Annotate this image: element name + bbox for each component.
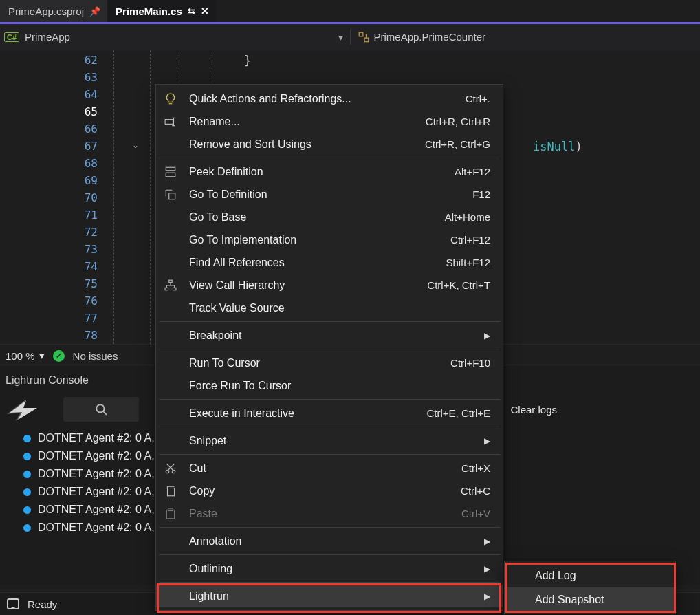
menu-separator bbox=[159, 349, 500, 349]
menu-item-breakpoint[interactable]: Breakpoint▶ bbox=[156, 324, 503, 347]
menu-item-execute-in-interactive[interactable]: Execute in InteractiveCtrl+E, Ctrl+E bbox=[156, 402, 503, 424]
menu-item-shortcut: Ctrl+K, Ctrl+T bbox=[427, 279, 490, 291]
menu-item-track-value-source[interactable]: Track Value Source bbox=[156, 296, 503, 319]
chevron-down-icon: ▾ bbox=[39, 349, 45, 362]
menu-item-quick-actions-and-refactorings[interactable]: Quick Actions and Refactorings...Ctrl+. bbox=[156, 87, 503, 110]
tab-bar: PrimeApp.csproj 📌 PrimeMain.cs ⇆ ✕ bbox=[0, 0, 700, 24]
chevron-right-icon: ▶ bbox=[484, 331, 490, 341]
menu-item-copy[interactable]: CopyCtrl+C bbox=[156, 479, 503, 502]
menu-item-label: Peek Definition bbox=[189, 166, 455, 178]
menu-item-force-run-to-cursor[interactable]: Force Run To Cursor bbox=[156, 374, 503, 397]
clear-logs-button[interactable]: Clear logs bbox=[510, 404, 557, 416]
lightrun-submenu[interactable]: Add LogAdd Snapshot bbox=[504, 561, 676, 614]
menu-item-shortcut: Ctrl+E, Ctrl+E bbox=[426, 407, 490, 419]
line-number: 77 bbox=[0, 312, 103, 329]
status-dot-icon bbox=[23, 506, 31, 514]
menu-item-peek-definition[interactable]: Peek DefinitionAlt+F12 bbox=[156, 160, 503, 183]
submenu-item-add-log[interactable]: Add Log bbox=[505, 563, 675, 587]
menu-item-label: Go To Base bbox=[189, 211, 445, 224]
svg-marker-3 bbox=[10, 400, 37, 420]
status-dot-icon bbox=[23, 453, 31, 460]
menu-item-go-to-implementation[interactable]: Go To ImplementationCtrl+F12 bbox=[156, 228, 503, 251]
indent-guide bbox=[150, 50, 151, 344]
cut-icon bbox=[163, 461, 178, 476]
menu-item-cut[interactable]: CutCtrl+X bbox=[156, 457, 503, 479]
type-name: PrimeApp.PrimeCounter bbox=[374, 31, 486, 43]
svg-rect-0 bbox=[359, 32, 363, 36]
cs-badge-icon: C# bbox=[4, 32, 19, 42]
menu-item-label: View Call Hierarchy bbox=[189, 279, 427, 292]
menu-item-shortcut: Ctrl+R, Ctrl+R bbox=[426, 116, 490, 127]
menu-item-label: Quick Actions and Refactorings... bbox=[189, 93, 466, 105]
menu-separator bbox=[159, 321, 500, 322]
namespace-dropdown[interactable]: C# PrimeApp ▾ bbox=[4, 31, 343, 43]
peek-icon bbox=[163, 164, 178, 180]
menu-item-label: Track Value Source bbox=[189, 302, 490, 314]
chevron-down-icon[interactable]: ⌄ bbox=[132, 140, 139, 150]
svg-rect-13 bbox=[173, 288, 176, 290]
status-dot-icon bbox=[23, 524, 31, 532]
tab-primemain-cs[interactable]: PrimeMain.cs ⇆ ✕ bbox=[107, 0, 216, 22]
menu-item-shortcut: Ctrl+C bbox=[461, 485, 490, 497]
submenu-item-add-snapshot[interactable]: Add Snapshot bbox=[505, 587, 675, 612]
status-dot-icon bbox=[23, 435, 31, 442]
line-number: 65 bbox=[0, 105, 103, 122]
close-icon[interactable]: ✕ bbox=[201, 6, 209, 17]
indent-guide bbox=[113, 50, 114, 344]
goto-icon bbox=[163, 187, 178, 202]
search-input[interactable] bbox=[63, 397, 139, 422]
code-identifier: isNull bbox=[533, 140, 575, 153]
svg-rect-1 bbox=[364, 38, 369, 42]
menu-item-snippet[interactable]: Snippet▶ bbox=[156, 429, 503, 452]
chevron-right-icon: ▶ bbox=[484, 537, 490, 546]
zoom-dropdown[interactable]: 100 % ▾ bbox=[6, 349, 45, 362]
line-number: 67 bbox=[0, 140, 103, 157]
menu-separator bbox=[159, 527, 500, 528]
line-number: 64 bbox=[0, 88, 103, 105]
svg-rect-8 bbox=[166, 167, 175, 171]
menu-item-go-to-base[interactable]: Go To BaseAlt+Home bbox=[156, 206, 503, 228]
svg-rect-9 bbox=[166, 173, 175, 177]
menu-item-rename[interactable]: Rename...Ctrl+R, Ctrl+R bbox=[156, 110, 503, 133]
line-number: 68 bbox=[0, 157, 103, 174]
menu-item-label: Snippet bbox=[189, 435, 484, 447]
menu-item-shortcut: Ctrl+X bbox=[461, 462, 490, 474]
line-number: 76 bbox=[0, 294, 103, 312]
menu-item-shortcut: Ctrl+. bbox=[466, 93, 490, 105]
code-token: } bbox=[244, 54, 251, 67]
search-icon bbox=[95, 403, 107, 416]
pin-icon[interactable]: 📌 bbox=[89, 6, 100, 17]
menu-item-label: Paste bbox=[189, 508, 461, 520]
svg-rect-17 bbox=[166, 510, 174, 518]
type-dropdown[interactable]: PrimeApp.PrimeCounter bbox=[358, 31, 697, 43]
menu-item-label: Force Run To Cursor bbox=[189, 380, 490, 392]
editor-context-menu[interactable]: Quick Actions and Refactorings...Ctrl+.R… bbox=[155, 84, 503, 611]
pin-icon[interactable]: ⇆ bbox=[188, 6, 195, 17]
tab-filename: PrimeMain.cs bbox=[116, 6, 182, 17]
svg-point-15 bbox=[172, 470, 175, 473]
code-navigation-bar: C# PrimeApp ▾ PrimeApp.PrimeCounter bbox=[0, 24, 700, 50]
menu-item-annotation[interactable]: Annotation▶ bbox=[156, 530, 503, 552]
status-text: Ready bbox=[28, 598, 57, 610]
menu-item-find-all-references[interactable]: Find All ReferencesShift+F12 bbox=[156, 251, 503, 274]
fold-column[interactable]: ⌄ bbox=[103, 50, 151, 344]
line-number: 62 bbox=[0, 54, 103, 71]
svg-rect-10 bbox=[169, 193, 175, 199]
chevron-right-icon: ▶ bbox=[484, 592, 490, 601]
menu-item-run-to-cursor[interactable]: Run To CursorCtrl+F10 bbox=[156, 352, 503, 374]
menu-item-shortcut: Ctrl+F10 bbox=[450, 357, 490, 369]
rename-icon bbox=[163, 114, 178, 129]
line-number: 78 bbox=[0, 329, 103, 346]
chevron-right-icon: ▶ bbox=[484, 436, 490, 446]
namespace-name: PrimeApp bbox=[25, 31, 70, 43]
menu-item-remove-and-sort-usings[interactable]: Remove and Sort UsingsCtrl+R, Ctrl+G bbox=[156, 133, 503, 155]
menu-item-lightrun[interactable]: Lightrun▶ bbox=[156, 585, 503, 607]
tab-primeapp-csproj[interactable]: PrimeApp.csproj 📌 bbox=[0, 0, 107, 22]
menu-item-outlining[interactable]: Outlining▶ bbox=[156, 557, 503, 580]
menu-item-shortcut: Ctrl+F12 bbox=[450, 234, 490, 246]
bulb-icon bbox=[163, 91, 178, 107]
menu-item-go-to-definition[interactable]: Go To DefinitionF12 bbox=[156, 183, 503, 206]
menu-item-view-call-hierarchy[interactable]: View Call HierarchyCtrl+K, Ctrl+T bbox=[156, 274, 503, 296]
line-number: 74 bbox=[0, 260, 103, 277]
feedback-icon[interactable] bbox=[7, 598, 19, 609]
